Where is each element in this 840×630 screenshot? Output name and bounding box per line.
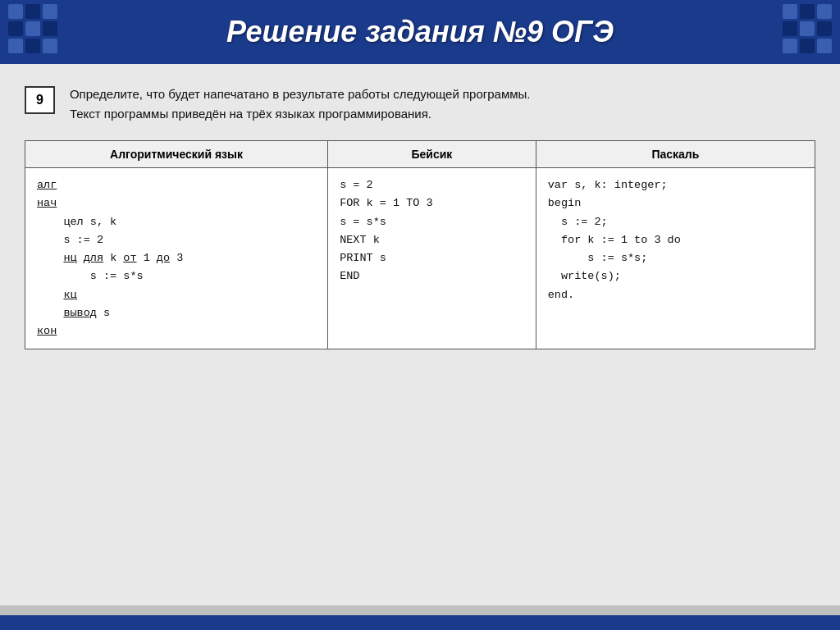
pascal-line-6: write(s); [548,270,621,282]
pascal-line-5: s := s*s; [548,252,648,264]
algo-line-7: кц [37,289,77,301]
basic-line-3: s = s*s [340,216,386,228]
slide-container: Решение задания №9 ОГЭ 9 Определите, что… [0,0,840,630]
basic-line-6: END [340,270,359,282]
pascal-line-3: s := 2; [548,216,608,228]
basic-line-5: PRINT s [340,252,386,264]
question-number: 9 [25,86,55,114]
pascal-line-4: for k := 1 to 3 do [548,234,681,246]
basic-line-1: s = 2 [340,179,373,191]
algo-line-9: кон [37,325,57,337]
code-table: Алгоритмический язык Бейсик Паскаль алг … [25,140,815,349]
algo-line-1: алг [37,179,57,191]
algo-line-4: s := 2 [37,234,103,246]
question-line1: Определите, что будет напечатано в резул… [70,87,531,101]
header: Решение задания №9 ОГЭ [0,0,840,64]
header-deco-left [8,4,57,53]
pascal-line-7: end. [548,289,574,301]
col-header-basic: Бейсик [328,141,536,168]
footer [0,615,840,630]
algo-line-3: цел s, k [37,216,116,228]
question-block: 9 Определите, что будет напечатано в рез… [25,84,815,124]
algo-line-6: s := s*s [37,270,144,282]
basic-line-4: NEXT k [340,234,380,246]
pascal-line-2: begin [548,197,582,209]
algo-code-cell: алг нач цел s, k s := 2 нц для k от 1 до… [25,168,328,349]
question-line2: Текст программы приведён на трёх языках … [70,107,431,121]
page-title: Решение задания №9 ОГЭ [226,15,614,49]
col-header-algo: Алгоритмический язык [25,141,328,168]
header-deco-right [783,4,832,53]
basic-code-cell: s = 2 FOR k = 1 TO 3 s = s*s NEXT k PRIN… [328,168,536,349]
pascal-code-cell: var s, k: integer; begin s := 2; for k :… [536,168,815,349]
col-header-pascal: Паскаль [536,141,815,168]
basic-line-2: FOR k = 1 TO 3 [340,197,432,209]
algo-line-5: нц для k от 1 до 3 [37,252,183,264]
question-text: Определите, что будет напечатано в резул… [70,84,531,124]
algo-line-2: нач [37,197,57,209]
pascal-line-1: var s, k: integer; [548,179,668,191]
content-area: 9 Определите, что будет напечатано в рез… [0,64,840,605]
algo-line-8: вывод s [37,307,110,319]
table-header-row: Алгоритмический язык Бейсик Паскаль [25,141,815,168]
footer-mid [0,605,840,615]
table-code-row: алг нач цел s, k s := 2 нц для k от 1 до… [25,168,815,349]
